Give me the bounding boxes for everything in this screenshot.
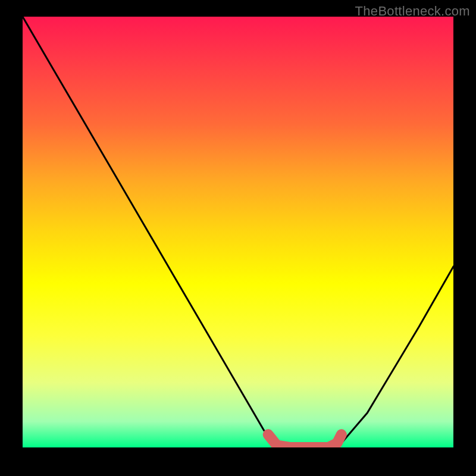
optimal-highlight-line (268, 434, 342, 447)
attribution-text: TheBottleneck.com (355, 4, 470, 19)
bottleneck-curve-line (23, 17, 453, 447)
x-axis-bar (23, 447, 453, 453)
chart-svg (23, 17, 453, 447)
